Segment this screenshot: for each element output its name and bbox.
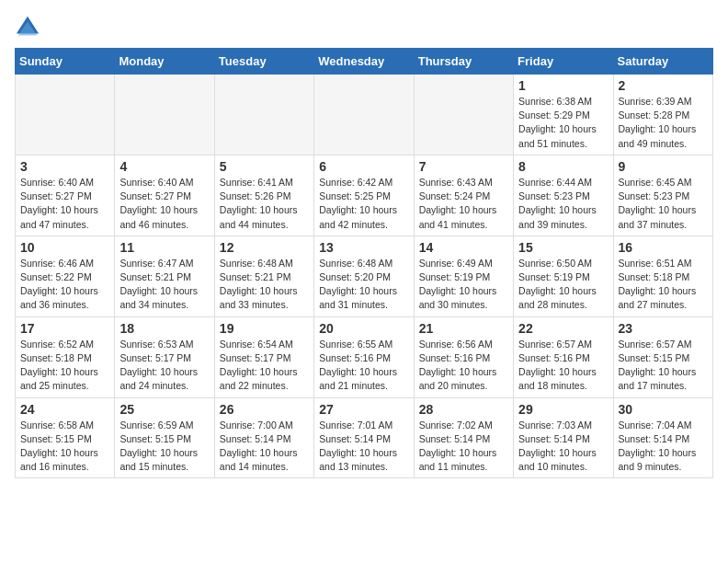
day-number: 4 [119,159,209,174]
weekday-header-monday: Monday [115,49,214,75]
weekday-header-saturday: Saturday [613,49,712,75]
calendar-cell-0-2 [214,75,313,155]
day-info: Sunrise: 6:48 AM Sunset: 5:21 PM Dayligh… [220,257,309,313]
calendar-cell-3-2: 19Sunrise: 6:54 AM Sunset: 5:17 PM Dayli… [214,316,313,397]
day-number: 10 [20,240,109,255]
calendar-cell-0-4 [414,75,513,155]
calendar-cell-4-3: 27Sunrise: 7:01 AM Sunset: 5:14 PM Dayli… [314,397,414,478]
weekday-header-friday: Friday [514,49,613,75]
day-info: Sunrise: 6:51 AM Sunset: 5:18 PM Dayligh… [619,257,708,313]
day-number: 19 [220,321,309,336]
day-number: 27 [319,402,408,417]
weekday-header-tuesday: Tuesday [214,49,313,75]
day-number: 6 [319,159,408,174]
day-number: 18 [119,321,209,336]
day-info: Sunrise: 7:01 AM Sunset: 5:14 PM Dayligh… [319,419,408,475]
day-info: Sunrise: 6:45 AM Sunset: 5:23 PM Dayligh… [619,176,708,232]
day-info: Sunrise: 6:57 AM Sunset: 5:15 PM Dayligh… [619,338,708,394]
day-number: 11 [119,240,209,255]
day-number: 20 [319,321,408,336]
calendar-cell-0-0 [16,75,115,155]
day-number: 24 [20,402,109,417]
weekday-header-row: SundayMondayTuesdayWednesdayThursdayFrid… [16,49,713,75]
day-number: 13 [319,240,408,255]
day-info: Sunrise: 6:54 AM Sunset: 5:17 PM Dayligh… [220,338,309,394]
weekday-header-thursday: Thursday [414,49,513,75]
day-number: 3 [20,159,109,174]
calendar-cell-2-5: 15Sunrise: 6:50 AM Sunset: 5:19 PM Dayli… [514,236,613,316]
day-info: Sunrise: 7:04 AM Sunset: 5:14 PM Dayligh… [619,419,708,475]
day-number: 17 [20,321,109,336]
calendar-cell-2-0: 10Sunrise: 6:46 AM Sunset: 5:22 PM Dayli… [16,236,115,316]
week-row-1: 1Sunrise: 6:38 AM Sunset: 5:29 PM Daylig… [16,75,713,155]
day-number: 2 [619,78,708,93]
calendar-cell-0-5: 1Sunrise: 6:38 AM Sunset: 5:29 PM Daylig… [514,75,613,155]
day-number: 22 [518,321,608,336]
calendar-cell-2-3: 13Sunrise: 6:48 AM Sunset: 5:20 PM Dayli… [314,236,414,316]
logo [15,15,46,40]
day-number: 29 [518,402,608,417]
day-info: Sunrise: 6:40 AM Sunset: 5:27 PM Dayligh… [20,176,109,232]
day-number: 23 [619,321,708,336]
calendar-cell-0-1 [115,75,214,155]
calendar-cell-2-2: 12Sunrise: 6:48 AM Sunset: 5:21 PM Dayli… [214,236,313,316]
day-info: Sunrise: 6:50 AM Sunset: 5:19 PM Dayligh… [518,257,608,313]
day-info: Sunrise: 6:43 AM Sunset: 5:24 PM Dayligh… [419,176,508,232]
calendar-cell-1-1: 4Sunrise: 6:40 AM Sunset: 5:27 PM Daylig… [115,155,214,236]
day-info: Sunrise: 6:53 AM Sunset: 5:17 PM Dayligh… [119,338,209,394]
day-info: Sunrise: 7:00 AM Sunset: 5:14 PM Dayligh… [220,419,309,475]
day-info: Sunrise: 6:47 AM Sunset: 5:21 PM Dayligh… [119,257,209,313]
calendar-cell-4-0: 24Sunrise: 6:58 AM Sunset: 5:15 PM Dayli… [16,397,115,478]
day-number: 30 [619,402,708,417]
calendar-cell-1-6: 9Sunrise: 6:45 AM Sunset: 5:23 PM Daylig… [613,155,712,236]
day-info: Sunrise: 6:39 AM Sunset: 5:28 PM Dayligh… [619,95,708,151]
calendar-cell-2-1: 11Sunrise: 6:47 AM Sunset: 5:21 PM Dayli… [115,236,214,316]
calendar-cell-1-4: 7Sunrise: 6:43 AM Sunset: 5:24 PM Daylig… [414,155,513,236]
day-info: Sunrise: 6:56 AM Sunset: 5:16 PM Dayligh… [419,338,508,394]
calendar-cell-1-2: 5Sunrise: 6:41 AM Sunset: 5:26 PM Daylig… [214,155,313,236]
day-number: 5 [220,159,309,174]
calendar-cell-2-4: 14Sunrise: 6:49 AM Sunset: 5:19 PM Dayli… [414,236,513,316]
day-info: Sunrise: 6:40 AM Sunset: 5:27 PM Dayligh… [119,176,209,232]
week-row-4: 17Sunrise: 6:52 AM Sunset: 5:18 PM Dayli… [16,316,713,397]
day-info: Sunrise: 6:57 AM Sunset: 5:16 PM Dayligh… [518,338,608,394]
day-info: Sunrise: 6:48 AM Sunset: 5:20 PM Dayligh… [319,257,408,313]
day-number: 8 [518,159,608,174]
calendar-cell-0-3 [314,75,414,155]
day-info: Sunrise: 6:49 AM Sunset: 5:19 PM Dayligh… [419,257,508,313]
day-info: Sunrise: 6:38 AM Sunset: 5:29 PM Dayligh… [518,95,608,151]
day-info: Sunrise: 7:02 AM Sunset: 5:14 PM Dayligh… [419,419,508,475]
weekday-header-wednesday: Wednesday [314,49,414,75]
logo-icon [15,15,40,40]
day-number: 9 [619,159,708,174]
calendar-cell-3-4: 21Sunrise: 6:56 AM Sunset: 5:16 PM Dayli… [414,316,513,397]
weekday-header-sunday: Sunday [16,49,115,75]
day-info: Sunrise: 6:58 AM Sunset: 5:15 PM Dayligh… [20,419,109,475]
calendar-cell-0-6: 2Sunrise: 6:39 AM Sunset: 5:28 PM Daylig… [613,75,712,155]
calendar-cell-3-3: 20Sunrise: 6:55 AM Sunset: 5:16 PM Dayli… [314,316,414,397]
day-number: 14 [419,240,508,255]
calendar-table: SundayMondayTuesdayWednesdayThursdayFrid… [15,48,713,478]
day-info: Sunrise: 6:59 AM Sunset: 5:15 PM Dayligh… [119,419,209,475]
day-number: 12 [220,240,309,255]
day-number: 16 [619,240,708,255]
calendar-cell-4-2: 26Sunrise: 7:00 AM Sunset: 5:14 PM Dayli… [214,397,313,478]
day-number: 15 [518,240,608,255]
calendar-cell-3-0: 17Sunrise: 6:52 AM Sunset: 5:18 PM Dayli… [16,316,115,397]
day-info: Sunrise: 6:52 AM Sunset: 5:18 PM Dayligh… [20,338,109,394]
day-number: 26 [220,402,309,417]
page-header [15,15,713,40]
day-info: Sunrise: 6:46 AM Sunset: 5:22 PM Dayligh… [20,257,109,313]
day-info: Sunrise: 6:44 AM Sunset: 5:23 PM Dayligh… [518,176,608,232]
calendar-cell-2-6: 16Sunrise: 6:51 AM Sunset: 5:18 PM Dayli… [613,236,712,316]
calendar-cell-4-5: 29Sunrise: 7:03 AM Sunset: 5:14 PM Dayli… [514,397,613,478]
week-row-3: 10Sunrise: 6:46 AM Sunset: 5:22 PM Dayli… [16,236,713,316]
day-number: 21 [419,321,508,336]
day-info: Sunrise: 6:55 AM Sunset: 5:16 PM Dayligh… [319,338,408,394]
day-number: 7 [419,159,508,174]
week-row-5: 24Sunrise: 6:58 AM Sunset: 5:15 PM Dayli… [16,397,713,478]
day-number: 28 [419,402,508,417]
calendar-cell-3-5: 22Sunrise: 6:57 AM Sunset: 5:16 PM Dayli… [514,316,613,397]
day-info: Sunrise: 6:42 AM Sunset: 5:25 PM Dayligh… [319,176,408,232]
day-number: 25 [119,402,209,417]
